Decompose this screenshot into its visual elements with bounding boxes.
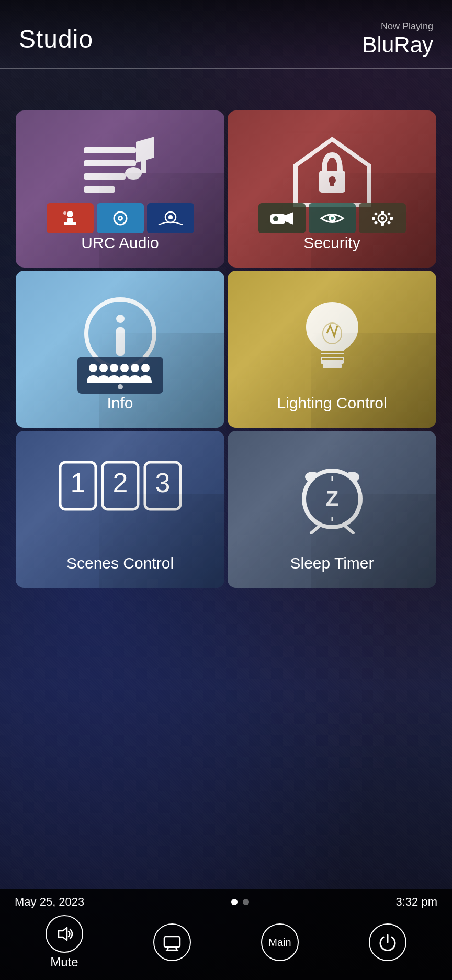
security-icon bbox=[290, 131, 374, 215]
status-bar: May 25, 2023 3:32 pm bbox=[0, 895, 452, 915]
svg-point-24 bbox=[331, 217, 334, 220]
security-sub-icon-gear[interactable] bbox=[359, 203, 406, 233]
mute-label: Mute bbox=[50, 955, 78, 970]
svg-text:BD: BD bbox=[167, 216, 173, 220]
svg-text:1: 1 bbox=[70, 467, 85, 498]
main-button[interactable]: Main bbox=[261, 923, 299, 961]
info-sub-icon-group[interactable] bbox=[77, 357, 163, 394]
svg-rect-49 bbox=[323, 364, 342, 368]
svg-point-41 bbox=[120, 364, 129, 372]
svg-rect-1 bbox=[84, 160, 136, 166]
svg-point-38 bbox=[89, 364, 97, 372]
main-label-text: Main bbox=[268, 937, 291, 949]
svg-rect-34 bbox=[374, 221, 377, 225]
audio-sub-icon-2[interactable] bbox=[97, 203, 144, 233]
svg-rect-27 bbox=[381, 211, 384, 214]
svg-rect-33 bbox=[387, 212, 390, 216]
svg-rect-30 bbox=[390, 217, 393, 220]
mute-icon-circle bbox=[46, 915, 83, 953]
security-label: Security bbox=[303, 234, 360, 252]
display-icon bbox=[162, 932, 182, 952]
security-sub-icon-eye[interactable] bbox=[309, 203, 356, 233]
svg-point-43 bbox=[141, 364, 150, 372]
tile-urc-audio[interactable]: BD URC Audio bbox=[16, 110, 224, 268]
svg-rect-28 bbox=[381, 222, 384, 226]
svg-line-65 bbox=[345, 526, 353, 533]
center-button[interactable] bbox=[153, 923, 191, 961]
dot-page-2[interactable] bbox=[243, 899, 249, 905]
svg-text:Z: Z bbox=[325, 487, 338, 510]
bottom-bar: May 25, 2023 3:32 pm Mute bbox=[0, 889, 452, 980]
svg-point-12 bbox=[119, 217, 121, 219]
dot-page-1[interactable] bbox=[231, 899, 238, 905]
main-icon-circle: Main bbox=[261, 923, 299, 961]
svg-point-18 bbox=[329, 176, 336, 184]
mute-button[interactable]: Mute bbox=[46, 915, 83, 970]
svg-rect-67 bbox=[164, 937, 180, 947]
svg-point-4 bbox=[125, 167, 142, 180]
svg-rect-32 bbox=[387, 221, 390, 225]
center-icon-circle bbox=[153, 923, 191, 961]
svg-rect-37 bbox=[116, 327, 125, 356]
security-sub-icon-camera[interactable] bbox=[258, 203, 306, 233]
svg-point-9 bbox=[63, 211, 66, 215]
tile-lighting[interactable]: Lighting Control bbox=[228, 271, 436, 428]
svg-rect-7 bbox=[67, 218, 73, 222]
svg-point-26 bbox=[381, 217, 384, 220]
now-playing-section: Now Playing BluRay bbox=[363, 21, 433, 58]
date-display: May 25, 2023 bbox=[15, 895, 84, 909]
svg-point-44 bbox=[118, 384, 123, 389]
info-label: Info bbox=[107, 394, 133, 412]
scenes-icon: 1 2 3 bbox=[58, 460, 183, 528]
audio-icon bbox=[78, 131, 162, 215]
tile-sleep[interactable]: Z Sleep Timer bbox=[228, 431, 436, 588]
lighting-label: Lighting Control bbox=[277, 394, 387, 412]
svg-rect-31 bbox=[374, 212, 377, 216]
svg-point-6 bbox=[67, 211, 73, 217]
svg-point-40 bbox=[110, 364, 118, 372]
header: Studio Now Playing BluRay bbox=[0, 0, 452, 68]
audio-label: URC Audio bbox=[81, 234, 159, 252]
tile-scenes[interactable]: 1 2 3 Scenes Control bbox=[16, 431, 224, 588]
audio-sub-icon-1[interactable] bbox=[47, 203, 94, 233]
svg-point-39 bbox=[99, 364, 108, 372]
svg-rect-2 bbox=[84, 173, 126, 180]
power-icon bbox=[378, 933, 397, 952]
control-bar: Mute Main bbox=[0, 915, 452, 970]
volume-icon bbox=[54, 924, 74, 944]
power-icon-circle bbox=[369, 923, 406, 961]
page-dots bbox=[231, 899, 249, 905]
svg-marker-21 bbox=[285, 212, 293, 225]
main-grid: BD URC Audio bbox=[0, 69, 452, 598]
tile-info[interactable]: Info bbox=[16, 271, 224, 428]
audio-sub-icons: BD bbox=[16, 203, 224, 233]
power-button[interactable] bbox=[369, 923, 406, 961]
svg-marker-66 bbox=[59, 928, 67, 940]
security-sub-icons bbox=[228, 203, 436, 233]
time-display: 3:32 pm bbox=[396, 895, 438, 909]
svg-rect-8 bbox=[64, 222, 76, 225]
svg-point-36 bbox=[116, 315, 125, 323]
svg-rect-29 bbox=[372, 217, 375, 220]
now-playing-label: Now Playing bbox=[381, 21, 433, 32]
svg-text:3: 3 bbox=[155, 467, 170, 498]
scenes-label: Scenes Control bbox=[66, 554, 174, 572]
svg-text:2: 2 bbox=[112, 467, 128, 498]
svg-point-42 bbox=[131, 364, 139, 372]
svg-rect-3 bbox=[84, 186, 115, 193]
svg-rect-19 bbox=[330, 180, 334, 186]
audio-sub-icon-3[interactable]: BD bbox=[147, 203, 194, 233]
svg-rect-48 bbox=[321, 360, 344, 364]
svg-rect-0 bbox=[84, 147, 136, 153]
sleep-icon: Z bbox=[290, 452, 374, 536]
svg-rect-17 bbox=[319, 171, 345, 193]
svg-point-22 bbox=[273, 216, 278, 221]
tile-security[interactable]: Security bbox=[228, 110, 436, 268]
page-title: Studio bbox=[19, 25, 93, 53]
now-playing-value: BluRay bbox=[363, 32, 433, 58]
svg-rect-5 bbox=[141, 142, 146, 173]
svg-line-64 bbox=[311, 526, 319, 533]
lighting-icon bbox=[290, 292, 374, 375]
sleep-label: Sleep Timer bbox=[290, 554, 374, 572]
